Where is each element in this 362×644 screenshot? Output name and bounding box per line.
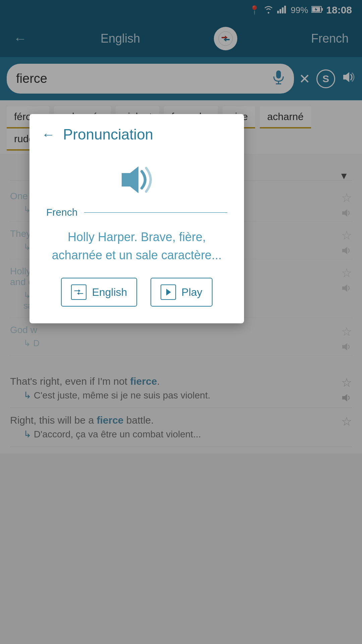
modal-title: Pronunciation	[63, 126, 153, 143]
modal-lang-label: French	[29, 207, 244, 218]
english-button[interactable]: English	[61, 278, 137, 307]
play-button[interactable]: Play	[150, 278, 212, 307]
modal-buttons: English Play	[29, 278, 244, 307]
play-button-label: Play	[181, 286, 202, 299]
pronunciation-modal: ← Pronunciation French Holly Harper. Bra…	[29, 114, 244, 323]
modal-lang-divider	[84, 212, 227, 213]
svg-marker-17	[122, 166, 138, 193]
swap-icon	[71, 284, 86, 300]
modal-header: ← Pronunciation	[29, 114, 244, 150]
play-icon	[161, 284, 176, 300]
modal-back-button[interactable]: ←	[42, 127, 55, 142]
modal-phrase-text: Holly Harper. Brave, fière, acharnée et …	[29, 228, 244, 278]
english-button-label: English	[92, 286, 127, 299]
svg-marker-18	[166, 289, 171, 296]
modal-language-name: French	[46, 207, 77, 218]
modal-speaker-icon	[29, 150, 244, 207]
